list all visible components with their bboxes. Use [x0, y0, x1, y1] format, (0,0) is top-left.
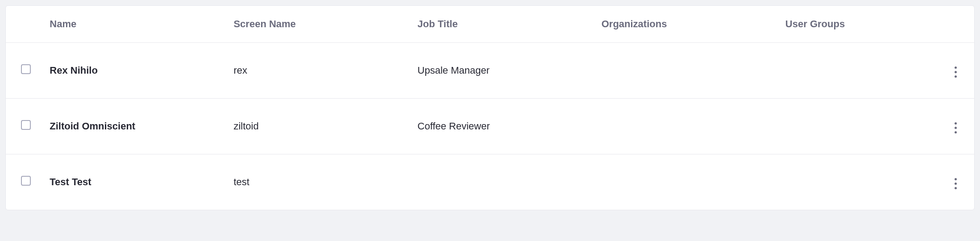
row-checkbox-cell: [6, 154, 41, 210]
row-checkbox[interactable]: [21, 176, 31, 186]
row-user-groups: [777, 154, 938, 210]
kebab-menu-icon[interactable]: [951, 175, 960, 193]
row-job-title: Coffee Reviewer: [409, 99, 593, 154]
row-organizations: [593, 99, 777, 154]
row-user-groups: [777, 43, 938, 99]
users-table-container: Name Screen Name Job Title Organizations…: [5, 5, 975, 210]
table-header-row: Name Screen Name Job Title Organizations…: [6, 6, 974, 43]
header-screen-name[interactable]: Screen Name: [224, 6, 408, 43]
row-organizations: [593, 154, 777, 210]
kebab-menu-icon[interactable]: [951, 119, 960, 137]
row-name[interactable]: Test Test: [41, 154, 224, 210]
kebab-menu-icon[interactable]: [951, 63, 960, 81]
table-row: Ziltoid Omniscient ziltoid Coffee Review…: [6, 99, 974, 154]
row-checkbox[interactable]: [21, 120, 31, 130]
row-job-title: Upsale Manager: [409, 43, 593, 99]
users-table: Name Screen Name Job Title Organizations…: [6, 6, 974, 210]
row-name[interactable]: Rex Nihilo: [41, 43, 224, 99]
row-checkbox-cell: [6, 99, 41, 154]
row-actions-cell: [937, 99, 974, 154]
header-organizations[interactable]: Organizations: [593, 6, 777, 43]
row-checkbox-cell: [6, 43, 41, 99]
row-actions-cell: [937, 43, 974, 99]
header-job-title[interactable]: Job Title: [409, 6, 593, 43]
row-job-title: [409, 154, 593, 210]
row-user-groups: [777, 99, 938, 154]
header-user-groups[interactable]: User Groups: [777, 6, 938, 43]
table-row: Rex Nihilo rex Upsale Manager: [6, 43, 974, 99]
header-name[interactable]: Name: [41, 6, 224, 43]
row-screen-name: test: [224, 154, 408, 210]
row-screen-name: rex: [224, 43, 408, 99]
header-actions-cell: [937, 6, 974, 43]
row-name[interactable]: Ziltoid Omniscient: [41, 99, 224, 154]
row-actions-cell: [937, 154, 974, 210]
row-screen-name: ziltoid: [224, 99, 408, 154]
row-checkbox[interactable]: [21, 64, 31, 74]
table-row: Test Test test: [6, 154, 974, 210]
row-organizations: [593, 43, 777, 99]
header-checkbox-cell: [6, 6, 41, 43]
